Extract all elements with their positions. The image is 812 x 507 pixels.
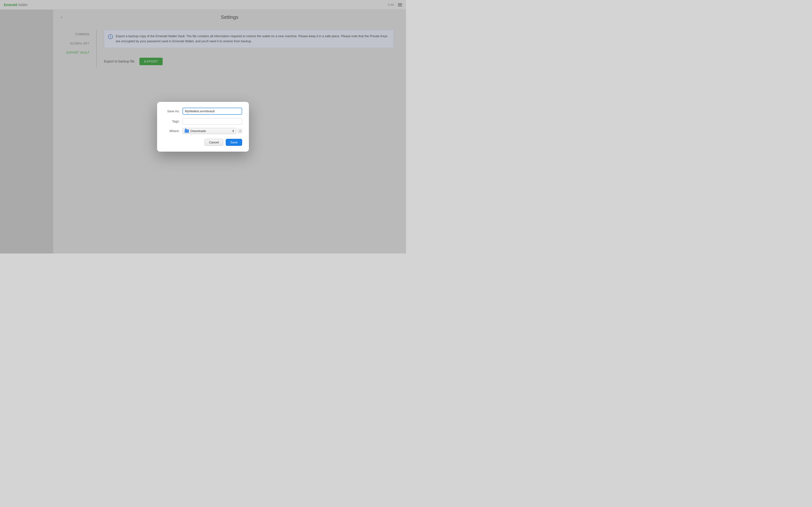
expand-button[interactable]: ▾ (238, 129, 242, 133)
tags-label: Tags: (164, 119, 180, 123)
where-select[interactable]: Downloads (183, 128, 236, 134)
dialog-overlay: Save As: Tags: Where: Downloads (0, 0, 406, 253)
save-as-row: Save As: (164, 108, 242, 115)
where-container: Downloads ▾ (183, 128, 242, 134)
folder-icon (185, 129, 189, 133)
save-button[interactable]: Save (226, 139, 242, 146)
dialog-buttons: Cancel Save (164, 139, 242, 146)
save-as-label: Save As: (164, 109, 180, 113)
save-as-input[interactable] (183, 108, 242, 115)
save-dialog: Save As: Tags: Where: Downloads (157, 102, 249, 152)
tags-input[interactable] (183, 118, 242, 125)
where-folder-label: Downloads (191, 129, 231, 133)
where-row: Where: Downloads ▾ (164, 128, 242, 134)
chevron-down-icon: ▾ (240, 130, 241, 132)
spinner-icon (232, 130, 234, 132)
where-label: Where: (164, 129, 180, 133)
cancel-button[interactable]: Cancel (204, 139, 223, 146)
tags-row: Tags: (164, 118, 242, 125)
